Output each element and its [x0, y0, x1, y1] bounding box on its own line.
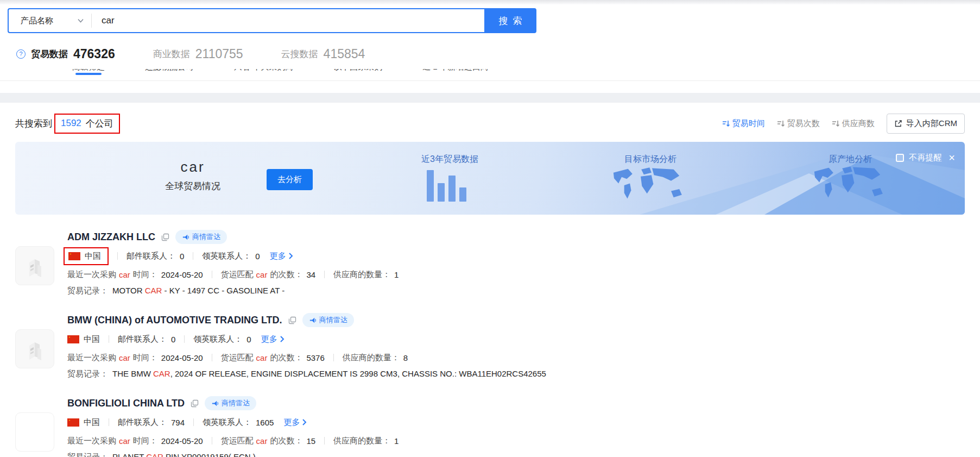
freight-label: 的次数：	[270, 270, 302, 280]
copy-icon[interactable]	[191, 399, 199, 408]
trade-record-text: - KY - 1497 CC - GASOLINE AT -	[162, 286, 284, 295]
stat-value: 415854	[324, 47, 365, 61]
company-name[interactable]: BMW (CHINA) of AUTOMOTIVE TRADING LTD.	[67, 315, 282, 326]
import-crm-label: 导入内部CRM	[906, 118, 957, 129]
filter-advanced[interactable]: 高级筛选	[72, 69, 105, 75]
megaphone-icon	[182, 234, 189, 241]
linkedin-contacts-label: 领英联系人：	[193, 334, 242, 345]
search-input[interactable]	[92, 15, 484, 26]
supplier-count: 8	[403, 353, 408, 362]
divider	[212, 271, 212, 278]
divider	[109, 335, 109, 343]
result-count-prefix: 共搜索到	[15, 117, 52, 130]
divider	[333, 354, 334, 361]
china-flag-icon	[67, 418, 79, 427]
sort-trade-time[interactable]: 贸易时间	[722, 118, 765, 129]
sort-icon	[777, 120, 785, 127]
more-label: 更多	[283, 417, 300, 428]
dismiss-checkbox[interactable]	[896, 154, 904, 162]
radar-badge[interactable]: 商情雷达	[302, 313, 354, 327]
freight-label: 货运匹配	[221, 270, 254, 280]
filter-new-importers[interactable]: 近 1 年新增进口商	[422, 69, 489, 75]
tab-trade-data[interactable]: ? 贸易数据 476326	[16, 47, 115, 61]
stat-value: 2110755	[195, 47, 243, 61]
radar-badge-label: 商情雷达	[319, 315, 347, 325]
result-count-unit: 个公司	[86, 117, 113, 130]
divider	[109, 418, 109, 426]
sort-trade-count[interactable]: 贸易次数	[777, 118, 820, 129]
sort-label: 供应商数	[842, 118, 875, 129]
filter-logistics[interactable]: 过滤物流公司	[145, 69, 194, 75]
sort-supplier-count[interactable]: 供应商数	[832, 118, 875, 129]
keyword: car	[119, 353, 130, 362]
result-toolbar: 共搜索到 1592 个公司 贸易时间 贸易次数	[15, 111, 965, 135]
more-label: 更多	[261, 334, 277, 345]
linkedin-contacts-count: 0	[255, 252, 260, 261]
company-name[interactable]: ADM JIZZAKH LLC	[67, 231, 155, 243]
purchase-label: 最近一次采购	[67, 270, 116, 280]
freight-count: 34	[306, 270, 315, 279]
tab-business-data[interactable]: 商业数据 2110755	[153, 47, 243, 61]
company-thumbnail	[15, 412, 54, 452]
stat-label: 云搜数据	[281, 48, 318, 60]
analyze-button[interactable]: 去分析	[267, 169, 313, 190]
sort-icon	[832, 120, 839, 127]
freight-label: 货运匹配	[221, 353, 254, 363]
company-card: ADM JIZZAKH LLC 商情雷达 中国 邮件联系人： 0 领英联系	[15, 230, 965, 298]
purchase-date: 2024-05-20	[161, 270, 203, 279]
import-crm-button[interactable]: 导入内部CRM	[887, 114, 965, 134]
banner-subtitle: 全球贸易情况	[136, 180, 250, 192]
linkedin-contacts-label: 领英联系人：	[203, 417, 251, 428]
country-chip: 中国	[67, 417, 100, 428]
more-link[interactable]: 更多	[270, 251, 293, 261]
search-category-dropdown[interactable]: 产品名称	[9, 16, 91, 26]
freight-label: 的次数：	[270, 436, 302, 446]
banner-col3-title: 原产地分析	[829, 154, 872, 165]
copy-icon[interactable]	[161, 233, 169, 241]
question-circle-icon[interactable]: ?	[16, 49, 26, 59]
stat-value: 476326	[73, 47, 115, 61]
more-label: 更多	[270, 251, 286, 261]
keyword: car	[119, 436, 130, 446]
close-icon[interactable]: ×	[949, 154, 955, 162]
company-name[interactable]: BONFIGLIOLI CHINA LTD	[67, 398, 185, 409]
header-bottom-strip	[0, 81, 980, 93]
supplier-label: 供应商的数量：	[333, 270, 390, 280]
company-thumbnail	[15, 246, 54, 285]
page-background-gap	[0, 93, 980, 103]
email-contacts-count: 794	[171, 418, 185, 427]
purchase-label: 时间：	[133, 436, 157, 446]
keyword: CAR	[146, 452, 163, 457]
email-contacts-label: 邮件联系人：	[118, 417, 167, 428]
search-bar: 产品名称 搜索	[8, 8, 980, 33]
purchase-date: 2024-05-20	[161, 353, 203, 362]
world-map-icon	[610, 166, 686, 205]
copy-icon[interactable]	[288, 316, 296, 324]
trade-record-label: 贸易记录：	[67, 369, 108, 378]
divider	[324, 437, 325, 445]
tab-cloud-search-data[interactable]: 云搜数据 415854	[281, 47, 365, 61]
search-button[interactable]: 搜索	[484, 8, 536, 33]
page-top-shadow	[0, 0, 980, 4]
radar-badge[interactable]: 商情雷达	[205, 396, 256, 410]
clipped-filter-row: 高级筛选 过滤物流公司 只看 十大采购商 以下国家采购 近 1 年新增进口商	[0, 69, 980, 81]
filter-countries[interactable]: 以下国家采购	[333, 69, 382, 75]
freight-label: 的次数：	[270, 353, 302, 363]
email-contacts-label: 邮件联系人：	[118, 334, 167, 345]
filter-top-buyers[interactable]: 只看 十大采购商	[234, 69, 293, 75]
world-map-icon	[811, 165, 887, 204]
purchase-label: 最近一次采购	[67, 353, 116, 363]
divider	[193, 252, 193, 260]
more-link[interactable]: 更多	[261, 334, 284, 345]
keyword: car	[256, 270, 268, 279]
more-link[interactable]: 更多	[283, 417, 307, 428]
purchase-label: 时间：	[133, 270, 157, 280]
email-contacts-count: 0	[171, 335, 175, 344]
divider	[212, 437, 212, 445]
keyword: CAR	[153, 369, 170, 378]
keyword: car	[119, 270, 130, 279]
trade-record-label: 贸易记录：	[67, 286, 108, 295]
radar-badge[interactable]: 商情雷达	[175, 230, 227, 244]
trade-record-label: 贸易记录：	[67, 452, 108, 457]
result-count-annotation: 1592 个公司	[54, 114, 120, 134]
